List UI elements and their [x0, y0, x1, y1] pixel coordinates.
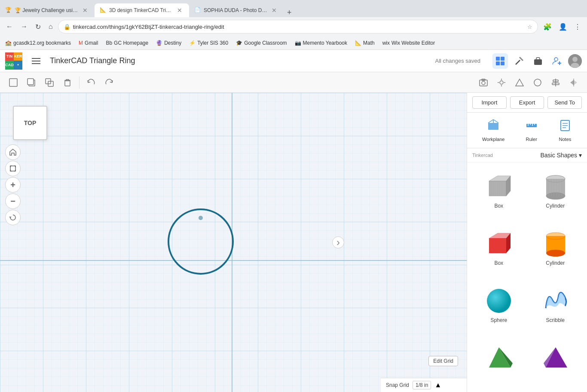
- tab-3-close[interactable]: ✕: [270, 6, 278, 15]
- shape-box-gray[interactable]: Box: [472, 168, 526, 221]
- app-toolbar: TIN KER CAD · TinkerCAD Triangle Ring Al…: [0, 50, 587, 72]
- bookmark-gc-homepage[interactable]: Bb GC Homepage: [104, 39, 150, 47]
- bookmark-gmail[interactable]: M Gmail: [77, 39, 100, 47]
- pickaxe-button[interactable]: [511, 53, 527, 69]
- home-view-button[interactable]: [5, 144, 21, 160]
- bookmark-memento[interactable]: 📷 Memento Yearbook: [293, 39, 349, 47]
- camera-icon: [479, 78, 488, 87]
- tab-3[interactable]: 📄 SOPHIA DUDA - Photo Docume... ✕: [189, 3, 284, 17]
- chevron-down-icon: ▾: [579, 152, 582, 159]
- profile-button[interactable]: 👤: [556, 21, 570, 33]
- rotate-button[interactable]: [5, 210, 21, 225]
- user-avatar[interactable]: [568, 54, 582, 68]
- tab-1-favicon: 🏆: [5, 7, 12, 14]
- svg-rect-17: [28, 79, 34, 85]
- undo-button[interactable]: [83, 75, 99, 90]
- light-icon: [497, 78, 506, 87]
- delete-button[interactable]: [59, 75, 76, 90]
- box-gray-preview: [482, 171, 516, 201]
- toolbar-separator-1: [79, 77, 79, 89]
- reload-button[interactable]: ↻: [33, 21, 43, 33]
- bookmark-tyler[interactable]: ⚡ Tyler SIS 360: [187, 39, 230, 47]
- workplane-tool-button[interactable]: Workplane: [478, 116, 509, 144]
- fit-icon: [9, 165, 17, 172]
- cylinder-orange-label: Cylinder: [546, 260, 565, 266]
- view-cube[interactable]: TOP: [13, 106, 47, 140]
- svg-point-77: [546, 193, 565, 199]
- tyler-label: Tyler SIS 360: [197, 40, 228, 46]
- hamburger-menu-button[interactable]: [29, 54, 43, 68]
- ruler-tool-button[interactable]: Ruler: [520, 116, 543, 144]
- app-title: TinkerCAD Triangle Ring: [50, 56, 135, 65]
- send-to-button[interactable]: Send To: [547, 96, 582, 109]
- bookmark-math[interactable]: 📐 Math: [353, 39, 376, 47]
- light-button[interactable]: [493, 75, 510, 90]
- snap-grid-value: 1/8 in: [413, 381, 431, 389]
- shape-cylinder-gray[interactable]: Cylinder: [529, 168, 582, 221]
- zoom-in-button[interactable]: +: [5, 177, 21, 193]
- back-button[interactable]: ←: [3, 21, 15, 32]
- camera-button[interactable]: [475, 75, 492, 90]
- shape-cylinder-orange[interactable]: Cylinder: [529, 225, 582, 279]
- bookmark-wix[interactable]: wix Wix Website Editor: [381, 39, 437, 47]
- panel-toggle-button[interactable]: ›: [332, 236, 344, 248]
- panel-actions: Import Export Send To: [467, 93, 587, 113]
- new-button[interactable]: [5, 75, 21, 90]
- classroom-label: Google Classroom: [244, 40, 287, 46]
- svg-rect-21: [480, 80, 487, 86]
- wix-label: Wix Website Editor: [391, 40, 435, 46]
- shape-box-red[interactable]: Box: [472, 225, 526, 279]
- zoom-out-button[interactable]: −: [5, 193, 21, 209]
- export-button[interactable]: Export: [510, 96, 544, 109]
- shape-scribble[interactable]: Scribble: [529, 282, 582, 336]
- address-bar[interactable]: 🔒 tinkercad.com/things/1gkY62BtjZT-tinke…: [58, 20, 538, 34]
- circle-button[interactable]: [529, 75, 546, 90]
- duplicate-button[interactable]: [41, 75, 58, 90]
- tab-2[interactable]: 📐 3D design TinkerCAD Triangle R... ✕: [95, 3, 189, 17]
- fit-view-button[interactable]: [5, 161, 21, 176]
- tinkercad-logo[interactable]: TIN KER CAD ·: [5, 52, 22, 70]
- tab-1-close[interactable]: ✕: [81, 6, 89, 15]
- scribble-label: Scribble: [546, 317, 565, 323]
- shape-sphere[interactable]: Sphere: [472, 282, 526, 336]
- home-icon: [9, 148, 17, 156]
- redo-button[interactable]: [101, 75, 117, 90]
- save-status: All changes saved: [435, 58, 480, 64]
- tab-3-favicon: 📄: [194, 7, 201, 14]
- delete-icon: [63, 78, 72, 87]
- briefcase-button[interactable]: [530, 53, 546, 69]
- menu-button[interactable]: ⋮: [572, 21, 584, 33]
- bookmark-destiny[interactable]: 🔮 Destiny: [154, 39, 183, 47]
- shape-button[interactable]: [511, 75, 528, 90]
- ring-shape[interactable]: [164, 205, 237, 280]
- new-icon: [9, 78, 18, 87]
- add-user-button[interactable]: [549, 53, 565, 69]
- box-red-label: Box: [494, 260, 503, 266]
- mirror-button[interactable]: [566, 75, 582, 90]
- home-button[interactable]: ⌂: [46, 21, 55, 32]
- new-tab-button[interactable]: +: [284, 8, 295, 17]
- copy-button[interactable]: [23, 75, 40, 90]
- canvas-area[interactable]: TOP: [0, 93, 467, 392]
- bookmark-gcasdk[interactable]: 🏫 gcasdk12.org bookmarks: [3, 39, 73, 47]
- notes-tool-button[interactable]: Notes: [554, 116, 576, 144]
- shapes-category-dropdown[interactable]: Basic Shapes ▾: [540, 152, 582, 159]
- edit-grid-button[interactable]: Edit Grid: [428, 356, 458, 366]
- snap-grid-increment[interactable]: ▲: [434, 381, 441, 389]
- memento-icon: 📷: [295, 40, 301, 46]
- extensions-button[interactable]: 🧩: [541, 21, 554, 33]
- gcasdk-icon: 🏫: [5, 40, 12, 46]
- import-button[interactable]: Import: [472, 96, 507, 109]
- svg-rect-5: [496, 61, 500, 65]
- align-button[interactable]: [547, 75, 564, 90]
- forward-button[interactable]: →: [18, 21, 30, 32]
- tab-1[interactable]: 🏆 🏆 Jewelry Challenge using T... ✕: [0, 3, 95, 17]
- tab-2-close[interactable]: ✕: [175, 6, 184, 15]
- grid-view-button[interactable]: [492, 53, 508, 69]
- snap-grid-bar: Snap Grid 1/8 in ▲: [381, 378, 467, 392]
- svg-marker-36: [574, 80, 577, 85]
- shape-roof-green[interactable]: [472, 339, 526, 387]
- shape-icon: [515, 78, 524, 87]
- bookmark-classroom[interactable]: 🎓 Google Classroom: [234, 39, 288, 47]
- shape-cone-purple[interactable]: [529, 339, 582, 387]
